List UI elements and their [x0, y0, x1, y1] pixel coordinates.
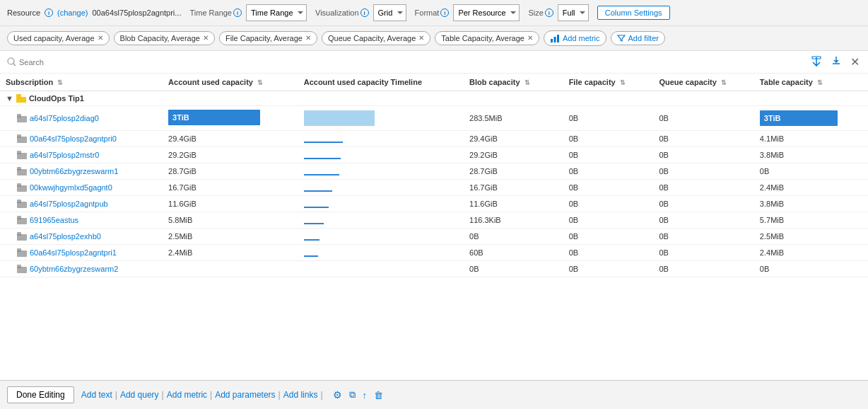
- time-range-select[interactable]: Time Range: [246, 4, 307, 21]
- resource-change-link[interactable]: (change): [57, 8, 88, 17]
- metric-label-3: File Capacity, Average: [225, 34, 303, 42]
- sort-blob-icon: ⇅: [524, 79, 530, 86]
- add-filter-button[interactable]: Add filter: [611, 31, 665, 45]
- row-folder-icon: [17, 151, 27, 159]
- cell-blob-6: 116.3KiB: [464, 212, 563, 229]
- svg-point-3: [8, 58, 14, 64]
- metric-pill-3[interactable]: File Capacity, Average ✕: [219, 31, 317, 45]
- group-header-row: ▼ CloudOps Tip1: [0, 91, 868, 106]
- up-icon-button[interactable]: ↑: [361, 388, 369, 402]
- cell-queue-7: 0B: [653, 229, 753, 245]
- cell-blob-1: 29.4GiB: [464, 131, 563, 147]
- cell-table-5: 3.8MiB: [754, 196, 868, 212]
- cell-subscription-9: 60ybtm66zbygrzeswarm2: [0, 261, 163, 277]
- cell-auc-3: 28.7GiB: [163, 163, 298, 180]
- cell-timeline-4: [298, 180, 464, 196]
- svg-rect-23: [17, 232, 21, 236]
- add-text-link[interactable]: Add text: [81, 390, 112, 400]
- row-name-link[interactable]: a64sl75plosp2exhb0: [30, 232, 101, 241]
- row-folder-icon: [17, 167, 27, 175]
- svg-rect-2: [557, 35, 559, 42]
- cell-table-3: 0B: [754, 163, 868, 180]
- cell-queue-1: 0B: [653, 131, 753, 147]
- row-name-link[interactable]: 60a64sl75plosp2agntpri1: [30, 248, 117, 257]
- metric-pill-1[interactable]: Used capacity, Average ✕: [7, 31, 110, 45]
- filter-icon: [617, 34, 626, 42]
- done-editing-button[interactable]: Done Editing: [7, 386, 74, 403]
- metric-pill-2[interactable]: Blob Capacity, Average ✕: [114, 31, 215, 45]
- add-links-link[interactable]: Add links: [283, 390, 318, 400]
- col-blob-capacity[interactable]: Blob capacity ⇅: [464, 74, 563, 91]
- metric-close-4[interactable]: ✕: [418, 35, 424, 42]
- cell-subscription-7: a64sl75plosp2exhb0: [0, 229, 163, 245]
- search-input[interactable]: [19, 58, 160, 67]
- copy-icon-button[interactable]: ⧉: [348, 388, 357, 402]
- download-icon-button[interactable]: [829, 54, 843, 70]
- cell-auc-8: 2.4MiB: [163, 245, 298, 261]
- svg-rect-17: [17, 183, 21, 187]
- cell-auc-7: 2.5MiB: [163, 229, 298, 245]
- col-table-capacity[interactable]: Table capacity ⇅: [754, 74, 868, 91]
- cell-queue-9: 0B: [653, 261, 753, 277]
- visualization-label: Visualization i: [315, 8, 369, 17]
- row-name-link[interactable]: a64sl75plosp2agntpub: [30, 200, 108, 208]
- cell-blob-3: 28.7GiB: [464, 163, 563, 180]
- sort-auc-icon: ⇅: [257, 79, 263, 86]
- visualization-select[interactable]: Grid: [373, 4, 406, 21]
- visualization-group: Visualization i Grid: [315, 4, 406, 21]
- row-name-link[interactable]: 00a64sl75plosp2agntpri0: [30, 134, 117, 143]
- export-icon-button[interactable]: [809, 54, 823, 70]
- cell-table-0: 3TiB: [754, 106, 868, 131]
- row-name-link[interactable]: 00ybtm66zbygrzeswarm1: [30, 167, 118, 175]
- metric-close-5[interactable]: ✕: [527, 35, 533, 42]
- svg-rect-9: [17, 114, 21, 117]
- sort-file-icon: ⇅: [620, 79, 626, 86]
- format-select[interactable]: Per Resource: [453, 4, 520, 21]
- cell-table-9: 0B: [754, 261, 868, 277]
- close-search-button[interactable]: ✕: [849, 54, 861, 70]
- cell-auc-9: [163, 261, 298, 277]
- row-folder-icon: [17, 200, 27, 208]
- sep1: |: [115, 390, 117, 400]
- cell-timeline-0: [298, 106, 464, 131]
- row-name-link[interactable]: a64sl75plosp2diag0: [30, 114, 99, 122]
- settings-icon-button[interactable]: ⚙: [332, 388, 344, 402]
- col-account-used-capacity[interactable]: Account used capacity ⇅: [163, 74, 298, 91]
- table-row: 00kwwjhgymlxd5gagnt0 16.7GiB16.7GiB0B0B2…: [0, 180, 868, 196]
- col-queue-capacity[interactable]: Queue capacity ⇅: [653, 74, 753, 91]
- add-query-link[interactable]: Add query: [120, 390, 159, 400]
- col-file-capacity[interactable]: File capacity ⇅: [563, 74, 654, 91]
- format-info-icon: i: [440, 8, 449, 17]
- cell-queue-0: 0B: [653, 106, 753, 131]
- row-name-link[interactable]: 60ybtm66zbygrzeswarm2: [30, 265, 118, 273]
- expand-group-icon[interactable]: ▼: [6, 94, 13, 103]
- row-folder-icon: [17, 114, 27, 122]
- cell-auc-0: 3TiB: [163, 106, 298, 131]
- metric-close-2[interactable]: ✕: [203, 35, 209, 42]
- size-label: Size i: [528, 8, 553, 17]
- metric-close-3[interactable]: ✕: [305, 35, 311, 42]
- row-name-link[interactable]: a64sl75plosp2mstr0: [30, 151, 99, 159]
- cell-timeline-5: [298, 196, 464, 212]
- svg-line-4: [13, 64, 16, 66]
- size-select[interactable]: Full: [558, 4, 589, 21]
- add-metric-link[interactable]: Add metric: [167, 390, 207, 400]
- row-name-link[interactable]: 00kwwjhgymlxd5gagnt0: [30, 183, 112, 192]
- delete-icon-button[interactable]: 🗑: [373, 388, 385, 402]
- col-timeline[interactable]: Account used capacity Timeline: [298, 74, 464, 91]
- add-metric-button[interactable]: Add metric: [544, 30, 606, 46]
- col-subscription[interactable]: Subscription ⇅: [0, 74, 163, 91]
- cell-subscription-8: 60a64sl75plosp2agntpri1: [0, 245, 163, 261]
- cell-file-9: 0B: [563, 261, 654, 277]
- column-settings-button[interactable]: Column Settings: [597, 6, 670, 20]
- metric-close-1[interactable]: ✕: [98, 35, 103, 42]
- add-parameters-link[interactable]: Add parameters: [215, 390, 275, 400]
- metric-label-5: Table Capacity, Average: [441, 34, 524, 42]
- metric-pill-4[interactable]: Queue Capacity, Average ✕: [322, 31, 430, 45]
- cell-queue-5: 0B: [653, 196, 753, 212]
- cell-timeline-2: [298, 147, 464, 163]
- metric-pill-5[interactable]: Table Capacity, Average ✕: [435, 31, 539, 45]
- row-name-link[interactable]: 691965eastus: [30, 216, 78, 224]
- cell-subscription-6: 691965eastus: [0, 212, 163, 229]
- table-scroll[interactable]: Subscription ⇅ Account used capacity ⇅ A…: [0, 74, 868, 380]
